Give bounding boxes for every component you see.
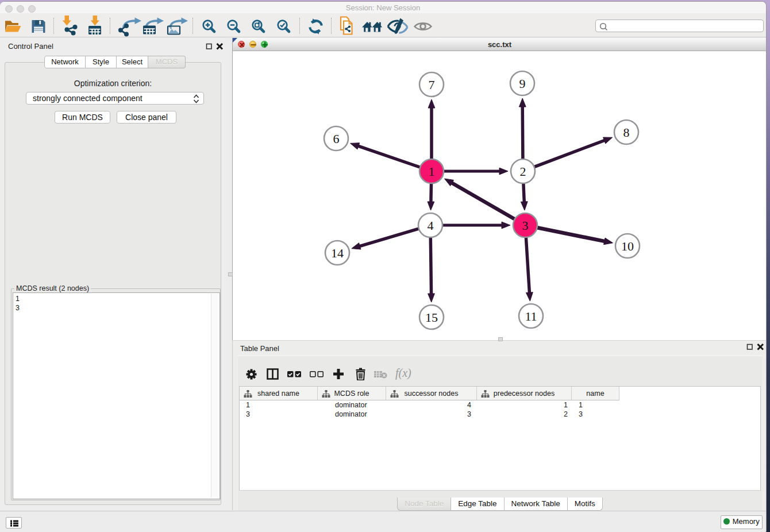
svg-text:7: 7 [429, 78, 435, 92]
svg-text:6: 6 [333, 132, 340, 146]
svg-text:14: 14 [331, 246, 344, 260]
svg-text:11: 11 [525, 309, 537, 323]
svg-text:1: 1 [429, 164, 435, 179]
svg-text:15: 15 [425, 310, 438, 325]
svg-text:3: 3 [522, 218, 529, 233]
svg-text:10: 10 [621, 239, 634, 253]
svg-text:8: 8 [623, 125, 630, 140]
svg-text:2: 2 [520, 164, 526, 179]
svg-text:9: 9 [519, 76, 526, 91]
svg-text:4: 4 [428, 218, 434, 233]
